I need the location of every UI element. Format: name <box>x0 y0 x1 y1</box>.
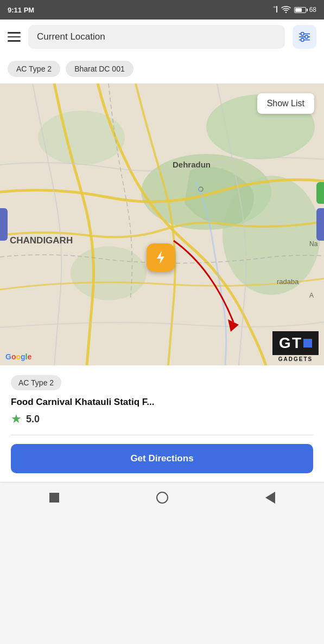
show-list-button[interactable]: Show List <box>257 93 314 114</box>
filter-button[interactable] <box>293 25 316 49</box>
annotation-arrow <box>168 235 255 344</box>
carousel-right-green-peek <box>316 182 324 204</box>
svg-marker-0 <box>273 6 276 8</box>
map-wrapper: CHANDIGARH Dehradun radaba A Na Show Lis… <box>0 83 324 482</box>
svg-text:radaba: radaba <box>277 278 299 286</box>
bottom-navigation <box>0 482 324 512</box>
svg-point-1 <box>285 11 286 12</box>
card-divider <box>11 435 313 435</box>
station-rating-row: ★ 5.0 <box>11 412 313 426</box>
header: Current Location <box>0 20 324 54</box>
carousel-left-peek <box>0 208 8 241</box>
status-time: 9:11 PM <box>8 6 34 14</box>
filter-tag-ac[interactable]: AC Type 2 <box>8 61 60 77</box>
svg-point-13 <box>71 246 147 300</box>
filter-tags-row: AC Type 2 Bharat DC 001 <box>0 54 324 83</box>
home-icon <box>156 492 168 504</box>
svg-point-7 <box>301 38 304 42</box>
carousel-right-peek <box>316 208 324 241</box>
filter-icon <box>297 30 312 44</box>
location-display[interactable]: Current Location <box>28 25 285 49</box>
battery-label: 68 <box>309 6 316 14</box>
status-icons: 68 <box>269 5 316 15</box>
svg-point-5 <box>301 33 304 36</box>
star-icon: ★ <box>11 412 22 426</box>
nav-home-button[interactable] <box>156 491 169 504</box>
hamburger-button[interactable] <box>8 32 21 42</box>
lightning-icon <box>153 249 169 266</box>
back-icon <box>265 492 275 504</box>
rating-value: 5.0 <box>26 414 40 425</box>
station-card: AC Type 2 Food Carnival Khatauli Statiq … <box>0 365 324 482</box>
svg-point-10 <box>38 111 125 165</box>
svg-text:A: A <box>309 292 314 299</box>
svg-text:CHANDIGARH: CHANDIGARH <box>10 235 73 246</box>
nav-back-button[interactable] <box>264 491 277 504</box>
google-logo: Google <box>5 352 31 361</box>
map-view[interactable]: CHANDIGARH Dehradun radaba A Na Show Lis… <box>0 83 324 365</box>
station-type-tag: AC Type 2 <box>11 375 61 390</box>
battery-icon <box>294 7 306 13</box>
status-bar: 9:11 PM 68 <box>0 0 324 20</box>
recents-icon <box>49 493 59 503</box>
gt-brand-logo: G T GADGETS <box>272 331 319 362</box>
nav-recents-button[interactable] <box>48 491 61 504</box>
station-name: Food Carnival Khatauli Statiq F... <box>11 397 313 408</box>
get-directions-button[interactable]: Get Directions <box>11 444 313 473</box>
filter-tag-dc[interactable]: Bharat DC 001 <box>66 61 134 77</box>
map-svg: CHANDIGARH Dehradun radaba A Na <box>0 83 324 365</box>
svg-text:Dehradun: Dehradun <box>173 160 211 169</box>
signal-icon <box>269 6 278 14</box>
svg-point-6 <box>305 35 308 38</box>
svg-text:Na: Na <box>309 240 318 248</box>
wifi-icon <box>281 5 291 15</box>
